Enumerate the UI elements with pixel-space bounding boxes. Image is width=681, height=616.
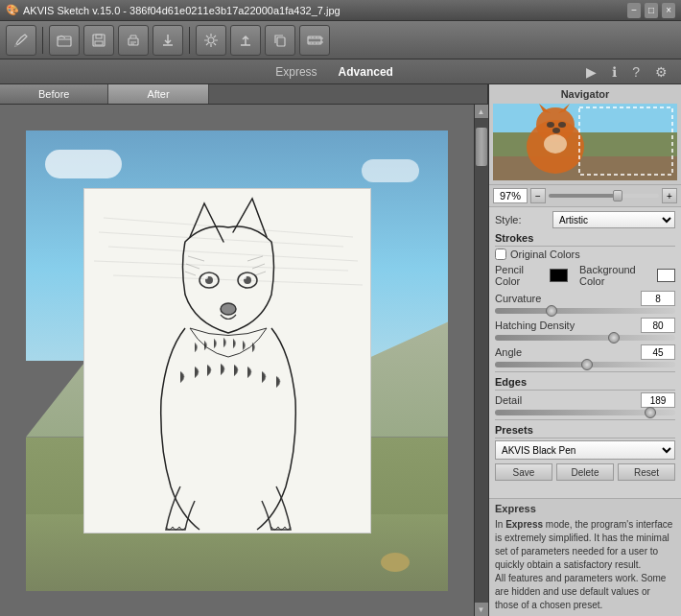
close-button[interactable]: × bbox=[662, 3, 675, 18]
sketch-canvas bbox=[83, 188, 371, 533]
zoom-minus-button[interactable]: − bbox=[530, 188, 546, 203]
angle-value[interactable]: 45 bbox=[641, 344, 675, 360]
maximize-button[interactable]: □ bbox=[645, 3, 658, 18]
angle-slider[interactable] bbox=[495, 362, 675, 367]
settings-panel: Style: Artistic Classic Pastel Strokes O… bbox=[489, 207, 681, 498]
zoom-slider-thumb[interactable] bbox=[613, 190, 622, 201]
original-colors-checkbox[interactable] bbox=[495, 249, 506, 260]
curvature-slider[interactable] bbox=[495, 308, 675, 314]
detail-value[interactable]: 189 bbox=[641, 392, 675, 408]
curvature-thumb[interactable] bbox=[546, 305, 557, 317]
toolbar-separator-1 bbox=[42, 27, 43, 54]
preset-buttons: Save Delete Reset bbox=[495, 463, 675, 481]
mode-tabbar: Express Advanced ▶ ℹ ? ⚙ bbox=[0, 59, 681, 84]
preset-select[interactable]: AKVIS Black Pen Classic Sketch Pastel Dr… bbox=[495, 440, 675, 460]
film-tool[interactable] bbox=[299, 25, 330, 56]
print-tool[interactable] bbox=[118, 25, 149, 56]
tab-before[interactable]: Before bbox=[0, 84, 108, 104]
svg-line-10 bbox=[99, 232, 343, 247]
reset-preset-button[interactable]: Reset bbox=[618, 463, 675, 481]
toolbar bbox=[0, 21, 681, 59]
navigator-thumbnail bbox=[493, 104, 677, 180]
tab-express[interactable]: Express bbox=[270, 63, 322, 81]
divider-2 bbox=[495, 419, 675, 420]
angle-thumb[interactable] bbox=[581, 359, 593, 370]
zoom-slider[interactable] bbox=[549, 194, 659, 198]
svg-point-36 bbox=[558, 122, 566, 128]
presets-section: Presets AKVIS Black Pen Classic Sketch P… bbox=[495, 424, 675, 481]
tabbar-right-icons: ▶ ℹ ? ⚙ bbox=[582, 62, 671, 82]
express-info-text: In Express mode, the program's interface… bbox=[495, 518, 675, 612]
app-title: AKVIS Sketch v.15.0 - 386f04d61e0211e3b1… bbox=[23, 5, 340, 16]
svg-point-0 bbox=[14, 44, 17, 47]
paint-brush-tool[interactable] bbox=[6, 25, 36, 56]
canvas-tabs: Before After bbox=[0, 84, 487, 105]
titlebar: 🎨 AKVIS Sketch v.15.0 - 386f04d61e0211e3… bbox=[0, 0, 681, 21]
svg-point-6 bbox=[208, 37, 214, 43]
detail-thumb[interactable] bbox=[645, 407, 656, 418]
hatching-density-slider[interactable] bbox=[495, 335, 675, 341]
cloud-2 bbox=[362, 159, 419, 182]
background-color-label: Background Color bbox=[579, 264, 649, 287]
titlebar-left: 🎨 AKVIS Sketch v.15.0 - 386f04d61e0211e3… bbox=[6, 4, 340, 16]
save-preset-button[interactable]: Save bbox=[495, 463, 552, 481]
svg-point-26 bbox=[243, 275, 247, 279]
detail-slider[interactable] bbox=[495, 410, 675, 415]
zoom-row: 97% − + bbox=[489, 185, 681, 207]
right-panel: Navigator bbox=[489, 84, 681, 616]
download-tool[interactable] bbox=[153, 25, 183, 56]
info-button[interactable]: ℹ bbox=[608, 62, 621, 82]
svg-line-19 bbox=[188, 256, 204, 261]
scroll-thumb[interactable] bbox=[476, 128, 487, 166]
navigator-title: Navigator bbox=[493, 88, 677, 100]
save-file-tool[interactable] bbox=[83, 25, 114, 56]
hatching-density-thumb[interactable] bbox=[608, 332, 620, 344]
scroll-down-button[interactable]: ▼ bbox=[475, 603, 488, 616]
rock-detail bbox=[381, 553, 410, 572]
background-color-swatch[interactable] bbox=[657, 269, 675, 282]
svg-line-11 bbox=[108, 247, 358, 261]
settings-tool[interactable] bbox=[196, 25, 226, 56]
express-section: Express In Express mode, the program's i… bbox=[489, 498, 681, 616]
upload-tool[interactable] bbox=[230, 25, 261, 56]
canvas-viewport[interactable] bbox=[0, 105, 474, 616]
canvas-inner bbox=[0, 105, 474, 616]
curvature-value[interactable]: 8 bbox=[641, 291, 675, 306]
zoom-plus-button[interactable]: + bbox=[662, 188, 677, 203]
sketch-container bbox=[26, 130, 448, 591]
vertical-scrollbar[interactable]: ▲ ▼ bbox=[474, 105, 487, 616]
pencil-color-swatch[interactable] bbox=[550, 269, 568, 282]
style-select[interactable]: Artistic Classic Pastel bbox=[552, 211, 675, 228]
hatching-density-value[interactable]: 80 bbox=[641, 318, 675, 333]
angle-label: Angle bbox=[495, 346, 522, 358]
copy-tool[interactable] bbox=[265, 25, 295, 56]
curvature-row: Curvature 8 bbox=[495, 291, 675, 314]
help-button[interactable]: ? bbox=[628, 62, 644, 82]
zoom-value[interactable]: 97% bbox=[493, 188, 528, 203]
express-section-title: Express bbox=[495, 503, 675, 514]
titlebar-controls[interactable]: − □ × bbox=[627, 3, 675, 18]
express-bold: Express bbox=[505, 519, 543, 530]
curvature-label: Curvature bbox=[495, 293, 541, 304]
svg-line-24 bbox=[255, 272, 266, 275]
gear-button[interactable]: ⚙ bbox=[651, 62, 671, 82]
play-button[interactable]: ▶ bbox=[582, 62, 600, 82]
presets-header: Presets bbox=[495, 424, 675, 438]
angle-row: Angle 45 bbox=[495, 344, 675, 367]
delete-preset-button[interactable]: Delete bbox=[556, 463, 614, 481]
svg-line-22 bbox=[247, 256, 263, 261]
main-area: Before After bbox=[0, 84, 681, 616]
detail-header: Detail 189 bbox=[495, 392, 675, 408]
svg-rect-4 bbox=[95, 41, 103, 45]
minimize-button[interactable]: − bbox=[627, 3, 641, 18]
navigator-image bbox=[493, 104, 677, 180]
scroll-track[interactable] bbox=[475, 118, 488, 603]
hatching-density-row: Hatching Density 80 bbox=[495, 318, 675, 341]
original-colors-row: Original Colors bbox=[495, 249, 675, 260]
svg-point-35 bbox=[547, 122, 554, 128]
tab-advanced[interactable]: Advanced bbox=[333, 63, 399, 81]
tab-after[interactable]: After bbox=[108, 84, 208, 104]
scroll-up-button[interactable]: ▲ bbox=[475, 105, 488, 118]
open-file-tool[interactable] bbox=[49, 25, 80, 56]
canvas-area: Before After bbox=[0, 84, 489, 616]
